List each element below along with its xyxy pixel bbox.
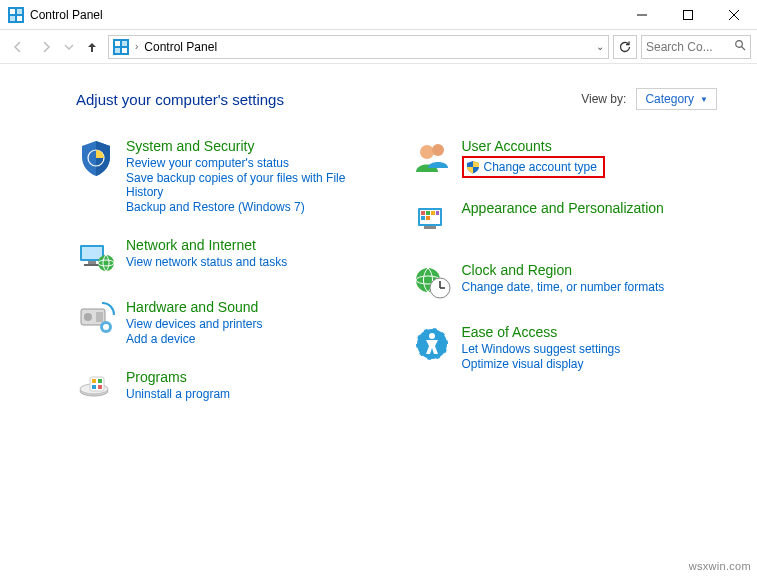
appearance-icon [412,200,452,240]
ease-of-access-heading[interactable]: Ease of Access [462,324,621,340]
svg-rect-34 [98,385,102,389]
svg-point-53 [429,333,435,339]
category-clock-region: Clock and Region Change date, time, or n… [412,262,718,302]
address-icon [113,39,129,55]
system-security-icon [76,138,116,178]
svg-rect-1 [10,9,15,14]
user-accounts-icon [412,138,452,178]
ease-of-access-icon [412,324,452,364]
system-security-heading[interactable]: System and Security [126,138,382,154]
link-review-status[interactable]: Review your computer's status [126,156,382,170]
control-panel-icon [8,7,24,23]
link-devices-printers[interactable]: View devices and printers [126,317,263,331]
link-backup-restore[interactable]: Backup and Restore (Windows 7) [126,200,382,214]
svg-line-15 [742,47,745,50]
svg-rect-45 [424,226,436,229]
user-accounts-heading[interactable]: User Accounts [462,138,605,154]
svg-rect-6 [684,10,693,19]
svg-point-14 [736,41,743,48]
svg-point-24 [84,313,92,321]
svg-rect-40 [426,211,430,215]
left-column: System and Security Review your computer… [76,138,382,431]
link-date-time-formats[interactable]: Change date, time, or number formats [462,280,665,294]
breadcrumb-text[interactable]: Control Panel [144,40,217,54]
clock-region-heading[interactable]: Clock and Region [462,262,665,278]
window-title: Control Panel [30,8,103,22]
search-input[interactable]: Search Co... [641,35,751,59]
back-button[interactable] [6,35,30,59]
svg-rect-41 [431,211,435,215]
link-file-history[interactable]: Save backup copies of your files with Fi… [126,171,382,199]
link-windows-suggest[interactable]: Let Windows suggest settings [462,342,621,356]
svg-rect-39 [421,211,425,215]
watermark: wsxwin.com [689,560,751,572]
programs-heading[interactable]: Programs [126,369,230,385]
category-network-internet: Network and Internet View network status… [76,237,382,277]
link-add-device[interactable]: Add a device [126,332,263,346]
highlight-box: Change account type [462,156,605,178]
nav-bar: › Control Panel ⌄ Search Co... [0,30,757,64]
svg-rect-42 [436,211,439,215]
svg-rect-32 [98,379,102,383]
address-dropdown-button[interactable]: ⌄ [596,41,604,52]
breadcrumb-separator-icon: › [135,41,138,52]
svg-rect-31 [92,379,96,383]
category-appearance-personalization: Appearance and Personalization [412,200,718,240]
link-uninstall-program[interactable]: Uninstall a program [126,387,230,401]
svg-rect-43 [421,216,425,220]
link-optimize-display[interactable]: Optimize visual display [462,357,621,371]
svg-point-27 [103,324,109,330]
link-change-account-type[interactable]: Change account type [466,160,597,174]
maximize-button[interactable] [665,0,711,30]
svg-rect-10 [115,41,120,46]
hardware-sound-icon [76,299,116,339]
link-network-status[interactable]: View network status and tasks [126,255,287,269]
title-bar: Control Panel [0,0,757,30]
recent-locations-button[interactable] [62,35,76,59]
svg-point-35 [420,145,434,159]
svg-rect-13 [122,48,127,53]
view-by-label: View by: [581,92,626,106]
uac-shield-icon [466,160,480,174]
svg-rect-11 [122,41,127,46]
category-user-accounts: User Accounts Change account type [412,138,718,178]
hardware-sound-heading[interactable]: Hardware and Sound [126,299,263,315]
chevron-down-icon: ▼ [700,95,708,104]
clock-region-icon [412,262,452,302]
up-button[interactable] [80,35,104,59]
page-title: Adjust your computer's settings [76,91,284,108]
svg-rect-19 [88,261,96,264]
close-button[interactable] [711,0,757,30]
view-by-dropdown[interactable]: Category ▼ [636,88,717,110]
category-programs: Programs Uninstall a program [76,369,382,409]
svg-point-21 [98,255,114,271]
svg-rect-33 [92,385,96,389]
minimize-button[interactable] [619,0,665,30]
category-hardware-sound: Hardware and Sound View devices and prin… [76,299,382,347]
content-area: Adjust your computer's settings View by:… [0,64,757,431]
address-bar[interactable]: › Control Panel ⌄ [108,35,609,59]
search-placeholder: Search Co... [646,40,713,54]
network-internet-heading[interactable]: Network and Internet [126,237,287,253]
svg-point-36 [432,144,444,156]
category-ease-of-access: Ease of Access Let Windows suggest setti… [412,324,718,372]
forward-button[interactable] [34,35,58,59]
category-system-security: System and Security Review your computer… [76,138,382,215]
programs-icon [76,369,116,409]
page-header: Adjust your computer's settings View by:… [76,88,717,110]
right-column: User Accounts Change account type [412,138,718,431]
svg-rect-20 [84,264,100,266]
refresh-button[interactable] [613,35,637,59]
appearance-heading[interactable]: Appearance and Personalization [462,200,664,216]
link-change-account-type-text: Change account type [484,160,597,174]
svg-rect-3 [10,16,15,21]
view-by-control: View by: Category ▼ [581,88,717,110]
svg-rect-44 [426,216,430,220]
search-icon [734,39,746,54]
svg-rect-12 [115,48,120,53]
svg-rect-18 [82,247,102,259]
svg-rect-2 [17,9,22,14]
svg-rect-4 [17,16,22,21]
network-internet-icon [76,237,116,277]
view-by-value: Category [645,92,694,106]
